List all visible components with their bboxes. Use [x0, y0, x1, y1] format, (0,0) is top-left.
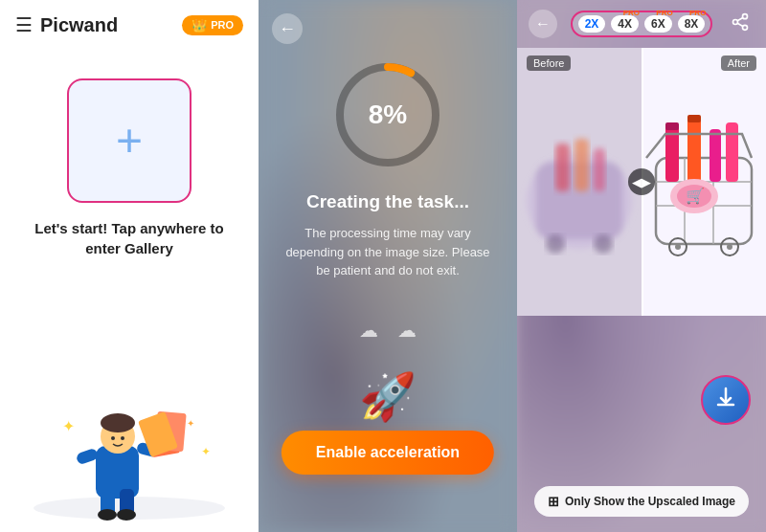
svg-text:✦: ✦: [201, 445, 211, 458]
clouds: ☁ ☁: [359, 319, 417, 342]
svg-point-7: [101, 413, 135, 432]
pro-label: PRO: [211, 19, 234, 31]
svg-rect-43: [710, 129, 721, 182]
scale-6x-label: 6X: [651, 17, 665, 31]
result-panel: ← 2X PRO 4X PRO 6X PRO 8X: [517, 0, 766, 532]
creating-desc: The processing time may vary depending o…: [278, 224, 498, 280]
scale-4x-label: 4X: [618, 17, 632, 31]
after-label: After: [721, 55, 756, 71]
home-header: ☰ Picwand 👑 PRO: [0, 0, 259, 50]
svg-point-32: [594, 234, 613, 254]
rocket-icon: 🚀: [359, 370, 417, 424]
crown-icon: 👑: [192, 18, 207, 33]
svg-point-20: [743, 13, 748, 18]
svg-point-49: [675, 244, 681, 250]
cloud-left-icon: ☁: [359, 319, 378, 342]
scale-8x-label: 8X: [685, 17, 699, 31]
scale-4x-button[interactable]: PRO 4X: [611, 15, 639, 33]
progress-percent: 8%: [369, 100, 407, 130]
svg-rect-40: [665, 122, 679, 130]
processing-back-button[interactable]: ←: [272, 13, 303, 44]
back-arrow-icon: ←: [279, 19, 296, 39]
scale-options: 2X PRO 4X PRO 6X PRO 8X: [571, 11, 713, 37]
add-image-label: Let's start! Tap anywhere to enter Galle…: [19, 218, 239, 258]
menu-icon[interactable]: ☰: [15, 13, 33, 36]
rocket-container: ☁ ☁ 🚀: [359, 319, 417, 433]
before-image: [517, 48, 642, 316]
scale-8x-pro-tag: PRO: [689, 9, 706, 17]
svg-rect-42: [687, 115, 701, 122]
download-button[interactable]: [701, 375, 751, 425]
svg-line-24: [737, 17, 743, 20]
split-handle[interactable]: ◀▶: [628, 168, 655, 195]
app-title: Picwand: [40, 14, 174, 36]
svg-point-4: [98, 509, 117, 521]
result-bottom: [517, 360, 766, 532]
svg-rect-28: [555, 144, 570, 191]
svg-point-21: [733, 19, 738, 24]
svg-rect-29: [574, 139, 589, 191]
creating-title: Creating the task...: [306, 191, 469, 212]
svg-point-5: [117, 509, 136, 521]
svg-text:✦: ✦: [187, 418, 194, 429]
svg-text:✦: ✦: [62, 418, 75, 434]
svg-point-9: [121, 436, 124, 440]
add-image-area: + Let's start! Tap anywhere to enter Gal…: [0, 50, 259, 268]
scale-6x-button[interactable]: PRO 6X: [644, 15, 672, 33]
home-panel: ☰ Picwand 👑 PRO + Let's start! Tap anywh…: [0, 0, 259, 532]
pro-badge[interactable]: 👑 PRO: [182, 15, 243, 35]
result-back-icon: ←: [535, 15, 551, 33]
cloud-right-icon: ☁: [397, 319, 417, 342]
svg-rect-30: [594, 148, 605, 191]
progress-circle: 8%: [330, 57, 445, 172]
processing-content: 8% Creating the task... The processing t…: [259, 57, 517, 309]
share-button[interactable]: [726, 10, 755, 38]
scale-8x-button[interactable]: PRO 8X: [678, 15, 706, 33]
svg-point-31: [546, 234, 565, 254]
download-icon: [714, 386, 737, 414]
result-back-button[interactable]: ←: [529, 10, 557, 38]
before-after-container: 🛒 Before After ◀▶: [517, 48, 766, 316]
plus-icon: +: [116, 118, 143, 164]
svg-rect-44: [726, 122, 738, 182]
scale-2x-label: 2X: [585, 17, 599, 31]
add-image-button[interactable]: +: [67, 78, 192, 203]
svg-rect-10: [76, 448, 100, 466]
share-icon: [731, 12, 750, 36]
svg-text:🛒: 🛒: [686, 187, 705, 205]
after-image: 🛒: [642, 48, 766, 316]
scale-6x-pro-tag: PRO: [656, 9, 672, 17]
scale-4x-pro-tag: PRO: [623, 9, 640, 17]
result-image-area: 🛒 Before After ◀▶: [517, 48, 766, 316]
svg-rect-41: [687, 117, 701, 184]
svg-line-23: [737, 23, 743, 26]
before-label: Before: [527, 55, 571, 71]
scale-2x-button[interactable]: 2X: [578, 15, 606, 33]
result-top-bar: ← 2X PRO 4X PRO 6X PRO 8X: [517, 10, 766, 38]
home-illustration: ✦ ✦ ✦: [0, 321, 259, 532]
svg-point-8: [111, 436, 115, 440]
svg-point-22: [743, 25, 748, 30]
svg-point-51: [727, 244, 732, 250]
illustration-svg: ✦ ✦ ✦: [14, 331, 244, 522]
processing-panel: ← 8% Creating the task... The processing…: [259, 0, 517, 532]
split-arrows-icon: ◀▶: [632, 175, 651, 189]
enable-acceleration-button[interactable]: Enable acceleration: [282, 431, 494, 475]
